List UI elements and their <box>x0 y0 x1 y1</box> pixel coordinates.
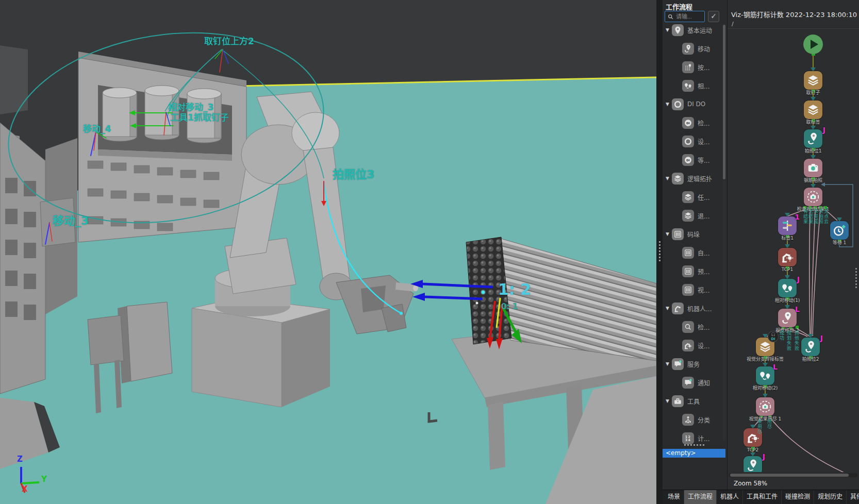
tree-category[interactable]: ▼码垛 <box>663 225 723 243</box>
bottom-tab[interactable]: 规划历史 <box>814 490 847 504</box>
flow-node[interactable]: 检查视觉结果 1 <box>804 188 822 206</box>
right-splitter-handle-icon[interactable] <box>855 268 857 289</box>
svg-text:DI: DI <box>686 158 690 161</box>
node-body[interactable]: J <box>778 279 797 297</box>
tree-scrollbar[interactable] <box>723 24 725 441</box>
canvas-horizontal-scrollbar[interactable] <box>729 473 857 477</box>
node-body[interactable] <box>830 221 849 240</box>
flow-node[interactable]: J相对移动(1) <box>778 279 797 297</box>
tree-item[interactable]: 任... <box>663 188 723 206</box>
tree-item[interactable]: DI检... <box>663 113 723 132</box>
tree-item[interactable]: 按... <box>663 58 723 76</box>
node-body[interactable] <box>804 159 822 177</box>
splitter-handle-icon[interactable] <box>684 444 706 446</box>
item-icon-badge <box>682 136 694 147</box>
tree-item[interactable]: 相... <box>663 76 723 95</box>
tree-category[interactable]: ▼逻辑拓扑 <box>663 169 723 188</box>
chevron-down-icon[interactable]: ▼ <box>666 102 672 107</box>
node-body[interactable]: L <box>778 309 797 327</box>
tree-category[interactable]: ▼基本运动 <box>663 21 723 39</box>
chevron-down-icon[interactable]: ▼ <box>666 306 672 311</box>
item-icon-badge <box>682 61 694 73</box>
bottom-tab[interactable]: 碰撞检测 <box>782 490 814 504</box>
node-body[interactable] <box>778 248 797 266</box>
chat-icon: 1 <box>673 360 682 368</box>
bottom-tab[interactable]: 机器人 <box>717 490 743 504</box>
panel-splitter[interactable] <box>656 0 663 504</box>
node-body[interactable]: 1 <box>778 216 797 235</box>
node-body[interactable]: J <box>804 129 822 148</box>
flow-node[interactable]: J <box>744 456 762 472</box>
workflow-canvas[interactable]: 取钉子取标签J拍照位1钢筋拍照检查视觉结果 1等待 11标签1TCP1J相对移动… <box>728 28 859 472</box>
bottom-tab[interactable]: 工作流程 <box>684 490 717 504</box>
node-badge: L <box>773 363 778 371</box>
node-body[interactable] <box>804 188 822 206</box>
flow-node[interactable]: 视觉结果用尽 1 <box>756 397 774 416</box>
scrollbar-thumb[interactable] <box>723 25 725 179</box>
tree-item[interactable]: DI等... <box>663 150 723 169</box>
bottom-tab[interactable]: 场景 <box>664 490 684 504</box>
flow-node[interactable]: 1标签1 <box>778 216 797 235</box>
flow-node[interactable]: TCP1 <box>778 248 797 266</box>
bottom-tab[interactable]: 工具和工件 <box>743 490 782 504</box>
chevron-down-icon[interactable]: ▼ <box>666 27 672 32</box>
tree-item[interactable]: 移动 <box>663 39 723 58</box>
search-icon <box>667 13 674 20</box>
node-label: 拍照位1 <box>785 148 841 154</box>
tree-item[interactable]: 分类 <box>663 410 723 429</box>
tree-item[interactable]: 检... <box>663 317 723 336</box>
node-body[interactable]: L <box>756 366 774 385</box>
node-body[interactable] <box>804 71 822 90</box>
tree-item[interactable]: 视... <box>663 280 723 299</box>
layers-icon <box>684 211 692 220</box>
play-button[interactable] <box>803 35 823 54</box>
item-icon-badge <box>682 43 694 55</box>
3d-viewport[interactable]: 取钉位上方2相对移动_3工具1抓取钉子移动_4拍照位3移动_31: 20: 1 … <box>0 0 656 504</box>
tcp-icon <box>684 341 692 350</box>
workflow-breadcrumb[interactable]: / <box>732 21 734 27</box>
flow-node[interactable]: 等待 1 <box>830 221 849 240</box>
tree-item[interactable]: 预... <box>663 262 723 280</box>
scene-canvas[interactable] <box>0 0 656 504</box>
selection-empty-bar[interactable]: <empty> <box>663 449 725 458</box>
flow-node[interactable]: 取标签 <box>804 100 822 119</box>
flow-node[interactable]: J拍照位2 <box>801 338 820 356</box>
chevron-down-icon[interactable]: ▼ <box>666 231 672 237</box>
category-icon-badge <box>672 303 684 314</box>
node-body[interactable]: J <box>744 456 762 472</box>
gizmo-x-label: X <box>22 484 28 494</box>
flow-node[interactable]: 取钉子 <box>804 71 822 90</box>
flow-node[interactable]: 钢筋拍照 <box>804 159 822 177</box>
flow-node[interactable]: J拍照位1 <box>804 129 822 148</box>
tree-item-label: 相... <box>698 81 709 90</box>
chevron-down-icon[interactable]: ▼ <box>666 361 672 366</box>
tree-item[interactable]: 设... <box>663 132 723 150</box>
node-body[interactable]: J <box>801 338 820 356</box>
tree-splitter[interactable] <box>663 443 727 448</box>
tree-category[interactable]: ▼1服务 <box>663 355 723 373</box>
scrollbar-thumb[interactable] <box>730 474 849 477</box>
tree-category[interactable]: ▼工具 <box>663 392 723 410</box>
tree-category-label: 工具 <box>687 397 700 406</box>
tree-item[interactable]: 自... <box>663 243 723 262</box>
node-body[interactable] <box>756 397 774 416</box>
node-body[interactable] <box>804 100 822 119</box>
chevron-down-icon[interactable]: ▼ <box>666 398 672 404</box>
tree-category[interactable]: ▼机器人... <box>663 299 723 317</box>
chat-icon: 1 <box>684 378 692 387</box>
tree-category[interactable]: ▼DI DO <box>663 95 723 113</box>
chevron-down-icon[interactable]: ▼ <box>666 176 672 181</box>
search-input[interactable] <box>675 13 704 20</box>
di-status-node[interactable]: 🎧DI <box>768 331 779 342</box>
item-icon-badge <box>682 247 694 259</box>
node-label: TCP2 <box>728 447 781 452</box>
pallet-icon <box>684 248 692 257</box>
tree-item[interactable]: 退... <box>663 206 723 225</box>
tree-item[interactable]: 设... <box>663 336 723 355</box>
tree-item[interactable]: 1通知 <box>663 373 723 392</box>
splitter-handle-icon[interactable] <box>659 241 660 262</box>
bottom-tab[interactable]: 其他 <box>847 490 859 504</box>
flow-node[interactable]: L视觉移动_1 <box>778 309 797 327</box>
flow-node[interactable]: L相对移动(2) <box>756 366 774 385</box>
robot-icon <box>673 304 682 313</box>
